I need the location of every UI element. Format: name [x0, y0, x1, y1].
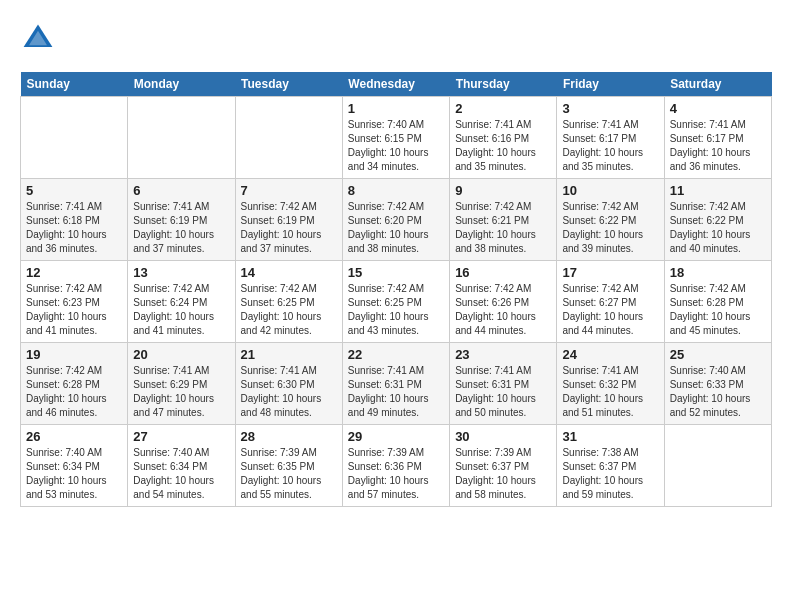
day-number: 14 — [241, 265, 337, 280]
calendar-cell: 18Sunrise: 7:42 AM Sunset: 6:28 PM Dayli… — [664, 261, 771, 343]
weekday-header-thursday: Thursday — [450, 72, 557, 97]
day-info: Sunrise: 7:42 AM Sunset: 6:22 PM Dayligh… — [562, 200, 658, 256]
calendar-cell: 31Sunrise: 7:38 AM Sunset: 6:37 PM Dayli… — [557, 425, 664, 507]
calendar-cell: 10Sunrise: 7:42 AM Sunset: 6:22 PM Dayli… — [557, 179, 664, 261]
weekday-header-monday: Monday — [128, 72, 235, 97]
calendar-cell: 9Sunrise: 7:42 AM Sunset: 6:21 PM Daylig… — [450, 179, 557, 261]
day-info: Sunrise: 7:42 AM Sunset: 6:22 PM Dayligh… — [670, 200, 766, 256]
day-number: 26 — [26, 429, 122, 444]
day-number: 11 — [670, 183, 766, 198]
day-number: 22 — [348, 347, 444, 362]
day-number: 7 — [241, 183, 337, 198]
day-info: Sunrise: 7:42 AM Sunset: 6:21 PM Dayligh… — [455, 200, 551, 256]
day-info: Sunrise: 7:39 AM Sunset: 6:36 PM Dayligh… — [348, 446, 444, 502]
calendar-cell: 24Sunrise: 7:41 AM Sunset: 6:32 PM Dayli… — [557, 343, 664, 425]
day-number: 18 — [670, 265, 766, 280]
day-info: Sunrise: 7:42 AM Sunset: 6:26 PM Dayligh… — [455, 282, 551, 338]
day-info: Sunrise: 7:42 AM Sunset: 6:19 PM Dayligh… — [241, 200, 337, 256]
day-number: 31 — [562, 429, 658, 444]
calendar-cell: 3Sunrise: 7:41 AM Sunset: 6:17 PM Daylig… — [557, 97, 664, 179]
day-number: 19 — [26, 347, 122, 362]
calendar-week-row: 12Sunrise: 7:42 AM Sunset: 6:23 PM Dayli… — [21, 261, 772, 343]
day-info: Sunrise: 7:41 AM Sunset: 6:17 PM Dayligh… — [670, 118, 766, 174]
weekday-header-tuesday: Tuesday — [235, 72, 342, 97]
day-info: Sunrise: 7:39 AM Sunset: 6:35 PM Dayligh… — [241, 446, 337, 502]
calendar-cell: 7Sunrise: 7:42 AM Sunset: 6:19 PM Daylig… — [235, 179, 342, 261]
day-number: 28 — [241, 429, 337, 444]
calendar-cell: 16Sunrise: 7:42 AM Sunset: 6:26 PM Dayli… — [450, 261, 557, 343]
calendar-cell: 8Sunrise: 7:42 AM Sunset: 6:20 PM Daylig… — [342, 179, 449, 261]
weekday-header-saturday: Saturday — [664, 72, 771, 97]
day-number: 23 — [455, 347, 551, 362]
calendar-week-row: 26Sunrise: 7:40 AM Sunset: 6:34 PM Dayli… — [21, 425, 772, 507]
calendar-cell — [664, 425, 771, 507]
day-info: Sunrise: 7:40 AM Sunset: 6:34 PM Dayligh… — [133, 446, 229, 502]
day-info: Sunrise: 7:41 AM Sunset: 6:32 PM Dayligh… — [562, 364, 658, 420]
day-number: 15 — [348, 265, 444, 280]
day-number: 5 — [26, 183, 122, 198]
day-number: 24 — [562, 347, 658, 362]
calendar-cell: 5Sunrise: 7:41 AM Sunset: 6:18 PM Daylig… — [21, 179, 128, 261]
day-number: 3 — [562, 101, 658, 116]
day-number: 29 — [348, 429, 444, 444]
day-number: 6 — [133, 183, 229, 198]
day-info: Sunrise: 7:41 AM Sunset: 6:19 PM Dayligh… — [133, 200, 229, 256]
day-info: Sunrise: 7:41 AM Sunset: 6:18 PM Dayligh… — [26, 200, 122, 256]
calendar-cell: 11Sunrise: 7:42 AM Sunset: 6:22 PM Dayli… — [664, 179, 771, 261]
calendar-cell: 20Sunrise: 7:41 AM Sunset: 6:29 PM Dayli… — [128, 343, 235, 425]
calendar-cell: 30Sunrise: 7:39 AM Sunset: 6:37 PM Dayli… — [450, 425, 557, 507]
day-number: 1 — [348, 101, 444, 116]
logo — [20, 20, 62, 56]
weekday-header-wednesday: Wednesday — [342, 72, 449, 97]
page-header — [20, 20, 772, 56]
calendar-cell: 15Sunrise: 7:42 AM Sunset: 6:25 PM Dayli… — [342, 261, 449, 343]
calendar-cell: 4Sunrise: 7:41 AM Sunset: 6:17 PM Daylig… — [664, 97, 771, 179]
day-number: 20 — [133, 347, 229, 362]
calendar-table: SundayMondayTuesdayWednesdayThursdayFrid… — [20, 72, 772, 507]
weekday-header-sunday: Sunday — [21, 72, 128, 97]
day-info: Sunrise: 7:41 AM Sunset: 6:31 PM Dayligh… — [348, 364, 444, 420]
calendar-cell: 6Sunrise: 7:41 AM Sunset: 6:19 PM Daylig… — [128, 179, 235, 261]
day-info: Sunrise: 7:41 AM Sunset: 6:17 PM Dayligh… — [562, 118, 658, 174]
calendar-cell: 12Sunrise: 7:42 AM Sunset: 6:23 PM Dayli… — [21, 261, 128, 343]
calendar-cell: 19Sunrise: 7:42 AM Sunset: 6:28 PM Dayli… — [21, 343, 128, 425]
calendar-cell: 13Sunrise: 7:42 AM Sunset: 6:24 PM Dayli… — [128, 261, 235, 343]
calendar-cell — [235, 97, 342, 179]
day-number: 13 — [133, 265, 229, 280]
day-number: 16 — [455, 265, 551, 280]
day-info: Sunrise: 7:42 AM Sunset: 6:23 PM Dayligh… — [26, 282, 122, 338]
day-info: Sunrise: 7:42 AM Sunset: 6:28 PM Dayligh… — [26, 364, 122, 420]
calendar-cell: 14Sunrise: 7:42 AM Sunset: 6:25 PM Dayli… — [235, 261, 342, 343]
weekday-header-friday: Friday — [557, 72, 664, 97]
day-info: Sunrise: 7:38 AM Sunset: 6:37 PM Dayligh… — [562, 446, 658, 502]
day-number: 9 — [455, 183, 551, 198]
day-info: Sunrise: 7:41 AM Sunset: 6:31 PM Dayligh… — [455, 364, 551, 420]
day-number: 21 — [241, 347, 337, 362]
calendar-cell — [21, 97, 128, 179]
day-info: Sunrise: 7:41 AM Sunset: 6:30 PM Dayligh… — [241, 364, 337, 420]
calendar-cell: 2Sunrise: 7:41 AM Sunset: 6:16 PM Daylig… — [450, 97, 557, 179]
logo-icon — [20, 20, 56, 56]
day-number: 30 — [455, 429, 551, 444]
day-number: 27 — [133, 429, 229, 444]
day-info: Sunrise: 7:42 AM Sunset: 6:28 PM Dayligh… — [670, 282, 766, 338]
calendar-week-row: 5Sunrise: 7:41 AM Sunset: 6:18 PM Daylig… — [21, 179, 772, 261]
calendar-cell: 22Sunrise: 7:41 AM Sunset: 6:31 PM Dayli… — [342, 343, 449, 425]
day-info: Sunrise: 7:40 AM Sunset: 6:15 PM Dayligh… — [348, 118, 444, 174]
day-info: Sunrise: 7:42 AM Sunset: 6:27 PM Dayligh… — [562, 282, 658, 338]
calendar-week-row: 1Sunrise: 7:40 AM Sunset: 6:15 PM Daylig… — [21, 97, 772, 179]
calendar-cell: 29Sunrise: 7:39 AM Sunset: 6:36 PM Dayli… — [342, 425, 449, 507]
day-info: Sunrise: 7:42 AM Sunset: 6:20 PM Dayligh… — [348, 200, 444, 256]
day-info: Sunrise: 7:41 AM Sunset: 6:29 PM Dayligh… — [133, 364, 229, 420]
calendar-cell: 26Sunrise: 7:40 AM Sunset: 6:34 PM Dayli… — [21, 425, 128, 507]
day-number: 25 — [670, 347, 766, 362]
day-number: 17 — [562, 265, 658, 280]
day-number: 12 — [26, 265, 122, 280]
day-number: 2 — [455, 101, 551, 116]
day-info: Sunrise: 7:39 AM Sunset: 6:37 PM Dayligh… — [455, 446, 551, 502]
day-number: 8 — [348, 183, 444, 198]
day-number: 10 — [562, 183, 658, 198]
day-info: Sunrise: 7:42 AM Sunset: 6:24 PM Dayligh… — [133, 282, 229, 338]
day-info: Sunrise: 7:40 AM Sunset: 6:33 PM Dayligh… — [670, 364, 766, 420]
calendar-cell: 1Sunrise: 7:40 AM Sunset: 6:15 PM Daylig… — [342, 97, 449, 179]
